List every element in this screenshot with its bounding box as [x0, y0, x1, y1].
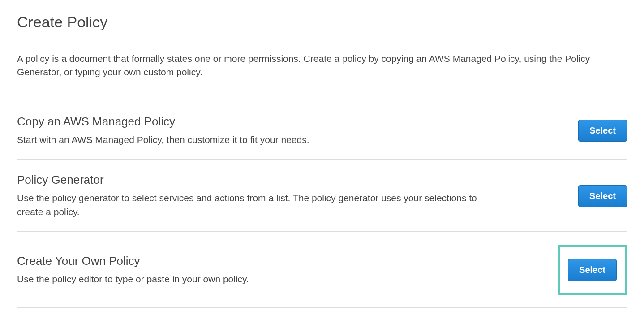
option-title: Create Your Own Policy — [17, 254, 540, 268]
option-desc: Use the policy generator to select servi… — [17, 191, 492, 219]
option-title: Copy an AWS Managed Policy — [17, 115, 560, 129]
option-policy-generator: Policy Generator Use the policy generato… — [17, 160, 627, 232]
select-policy-generator-button[interactable]: Select — [578, 185, 627, 207]
option-desc: Use the policy editor to type or paste i… — [17, 272, 492, 286]
option-title: Policy Generator — [17, 173, 560, 187]
select-copy-managed-button[interactable]: Select — [578, 120, 627, 142]
page-intro: A policy is a document that formally sta… — [17, 39, 627, 101]
option-text: Policy Generator Use the policy generato… — [17, 173, 578, 219]
page-title: Create Policy — [17, 13, 627, 39]
highlight-box: Select — [558, 245, 627, 295]
select-create-own-button[interactable]: Select — [568, 259, 617, 281]
option-create-own: Create Your Own Policy Use the policy ed… — [17, 232, 627, 308]
option-desc: Start with an AWS Managed Policy, then c… — [17, 133, 492, 147]
option-copy-managed: Copy an AWS Managed Policy Start with an… — [17, 101, 627, 160]
option-text: Copy an AWS Managed Policy Start with an… — [17, 115, 578, 147]
option-text: Create Your Own Policy Use the policy ed… — [17, 254, 558, 286]
